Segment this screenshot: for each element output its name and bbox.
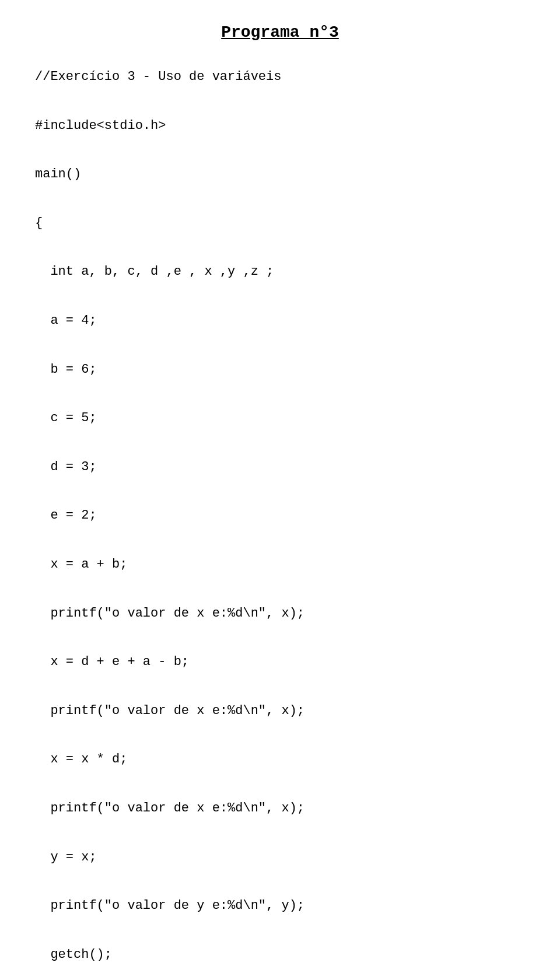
page-title: Programa n°3 <box>23 23 537 41</box>
page-container: Programa n°3 //Exercício 3 - Uso de vari… <box>0 0 560 980</box>
code-block: //Exercício 3 - Uso de variáveis #includ… <box>23 65 537 980</box>
